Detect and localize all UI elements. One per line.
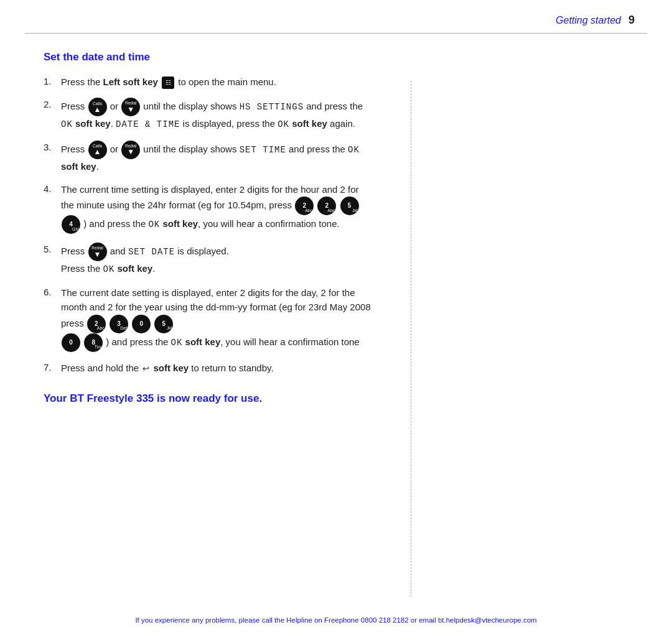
section-title: Set the date and time [44, 51, 373, 63]
step-2-num: 2. [44, 98, 61, 112]
key-0a: 0 [132, 315, 151, 333]
page: Getting started 9 Set the date and time … [0, 0, 672, 635]
step-6-text: The current date setting is displayed, e… [61, 285, 373, 352]
step-1-text: Press the Left soft key ☷ to open the ma… [61, 75, 373, 89]
step-1: 1. Press the Left soft key ☷ to open the… [44, 75, 373, 89]
main-content: Set the date and time 1. Press the Left … [0, 34, 411, 405]
step-5-num: 5. [44, 243, 61, 257]
redial-down-icon-2: Redial ▼ [121, 141, 140, 159]
step-6: 6. The current date setting is displayed… [44, 285, 373, 352]
step-4-text: The current time setting is displayed, e… [61, 182, 373, 234]
step-7: 7. Press and hold the ↩ soft key to retu… [44, 361, 373, 375]
back-icon: ↩ [142, 363, 149, 375]
calls-up-icon: Calls ▲ [88, 98, 107, 116]
key-0b: 0 [62, 333, 80, 352]
key-2b: 2Abc [317, 197, 336, 215]
redial-down-icon: Redial ▼ [121, 98, 140, 116]
step-7-num: 7. [44, 361, 61, 375]
header-page-number: 9 [628, 14, 635, 27]
key-4a: 4Ghi [62, 215, 80, 234]
calls-up-icon-2: Calls ▲ [88, 141, 107, 159]
key-5b: 5Jkl [154, 315, 173, 333]
footer: If you experience any problems, please c… [0, 616, 672, 624]
closing-text: Your BT Freestyle 335 is now ready for u… [44, 392, 373, 405]
key-8a: 8Tuv [84, 333, 103, 352]
key-5a: 5Jkl [340, 197, 359, 215]
step-3: 3. Press Calls ▲ or Redial ▼ until the d… [44, 141, 373, 174]
header: Getting started 9 [0, 0, 672, 33]
step-1-num: 1. [44, 75, 61, 89]
step-4: 4. The current time setting is displayed… [44, 182, 373, 234]
step-5-text: Press Redial ▼ and SET DATE is displayed… [61, 243, 373, 277]
redial-down-icon-3: Redial ▼ [88, 243, 107, 261]
key-2a: 2Abc [295, 197, 314, 215]
step-3-num: 3. [44, 141, 61, 155]
vertical-divider [411, 81, 411, 597]
key-3a: 3Def [110, 315, 128, 333]
key-2c: 2Abc [87, 315, 106, 333]
step-4-num: 4. [44, 182, 61, 197]
step-5: 5. Press Redial ▼ and SET DATE is displa… [44, 243, 373, 277]
step-3-text: Press Calls ▲ or Redial ▼ until the disp… [61, 141, 373, 174]
step-6-num: 6. [44, 285, 61, 300]
header-title: Getting started [556, 15, 621, 26]
steps-list: 1. Press the Left soft key ☷ to open the… [44, 75, 373, 375]
footer-text: If you experience any problems, please c… [135, 616, 536, 624]
step-7-text: Press and hold the ↩ soft key to return … [61, 361, 373, 375]
menu-key-icon: ☷ [162, 76, 174, 89]
step-2: 2. Press Calls ▲ or Redial ▼ until the d… [44, 98, 373, 132]
step-2-text: Press Calls ▲ or Redial ▼ until the disp… [61, 98, 373, 132]
closing-statement: Your BT Freestyle 335 is now ready for u… [44, 392, 373, 405]
